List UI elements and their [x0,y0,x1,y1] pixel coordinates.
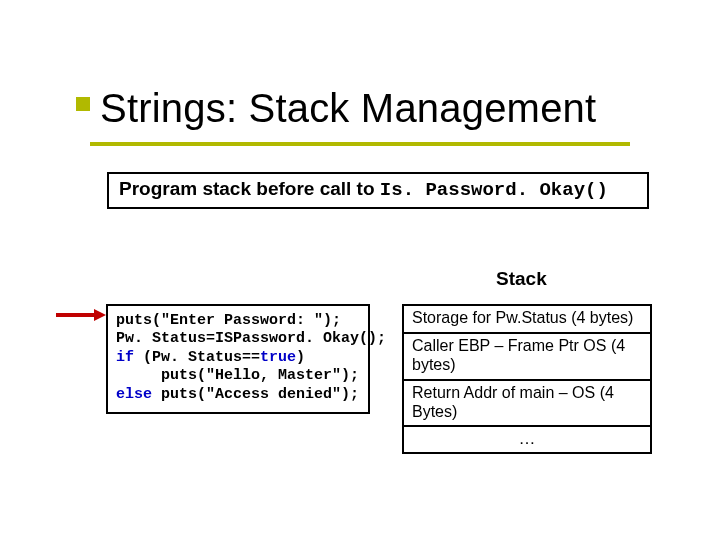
slide-left-square [76,97,90,111]
caption-code: Is. Password. Okay() [380,179,608,201]
caption-lead: Program stack before call to [119,178,380,199]
title-underline [90,142,630,146]
slide-title: Strings: Stack Management [100,86,596,131]
stack-row: Caller EBP – Frame Ptr OS (4 bytes) [404,332,650,379]
stack-heading: Stack [496,268,547,290]
stack-row: Return Addr of main – OS (4 Bytes) [404,379,650,426]
code-keyword-if: if [116,349,134,366]
stack-row: Storage for Pw.Status (4 bytes) [404,306,650,332]
stack-row-ellipsis: … [404,425,650,452]
code-line: puts("Access denied"); [152,386,359,403]
code-line: (Pw. Status== [134,349,260,366]
code-line: ) [296,349,305,366]
code-keyword-else: else [116,386,152,403]
code-line: puts("Hello, Master"); [116,367,359,384]
code-line: puts("Enter Password: "); [116,312,341,329]
arrow-icon [56,311,108,319]
code-keyword-true: true [260,349,296,366]
stack-table: Storage for Pw.Status (4 bytes) Caller E… [402,304,652,454]
code-line: Pw. Status=ISPassword. Okay(); [116,330,386,347]
code-box: puts("Enter Password: "); Pw. Status=ISP… [106,304,370,414]
caption-box: Program stack before call to Is. Passwor… [107,172,649,209]
